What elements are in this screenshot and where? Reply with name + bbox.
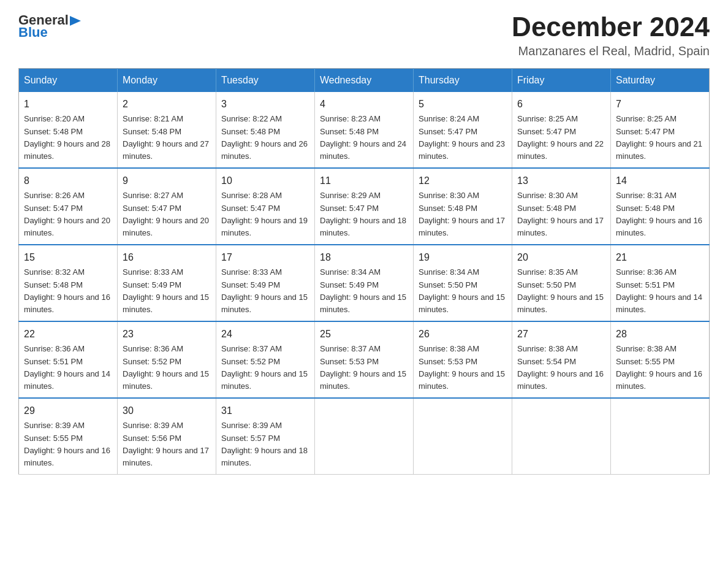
- calendar-week-row: 15Sunrise: 8:32 AMSunset: 5:48 PMDayligh…: [19, 245, 710, 321]
- calendar-cell: 6Sunrise: 8:25 AMSunset: 5:47 PMDaylight…: [512, 92, 611, 168]
- col-header-sunday: Sunday: [19, 69, 118, 93]
- day-number: 2: [123, 97, 211, 112]
- day-info: Sunrise: 8:21 AMSunset: 5:48 PMDaylight:…: [123, 114, 209, 161]
- calendar-cell: 1Sunrise: 8:20 AMSunset: 5:48 PMDaylight…: [19, 92, 118, 168]
- calendar-cell: 28Sunrise: 8:38 AMSunset: 5:55 PMDayligh…: [611, 321, 710, 398]
- calendar-cell: 27Sunrise: 8:38 AMSunset: 5:54 PMDayligh…: [512, 321, 611, 398]
- day-info: Sunrise: 8:30 AMSunset: 5:48 PMDaylight:…: [517, 191, 604, 237]
- day-info: Sunrise: 8:36 AMSunset: 5:52 PMDaylight:…: [123, 344, 209, 391]
- day-info: Sunrise: 8:35 AMSunset: 5:50 PMDaylight:…: [517, 267, 604, 314]
- day-number: 19: [419, 250, 507, 265]
- day-number: 20: [517, 250, 605, 265]
- calendar-cell: 13Sunrise: 8:30 AMSunset: 5:48 PMDayligh…: [512, 168, 611, 245]
- day-number: 21: [616, 250, 704, 265]
- logo-blue-text: Blue: [18, 25, 48, 40]
- day-number: 4: [320, 97, 408, 112]
- calendar-cell: 5Sunrise: 8:24 AMSunset: 5:47 PMDaylight…: [414, 92, 512, 168]
- calendar-cell: 9Sunrise: 8:27 AMSunset: 5:47 PMDaylight…: [118, 168, 216, 245]
- calendar-cell: 18Sunrise: 8:34 AMSunset: 5:49 PMDayligh…: [315, 245, 414, 321]
- day-number: 7: [616, 97, 704, 112]
- calendar-table: SundayMondayTuesdayWednesdayThursdayFrid…: [18, 68, 710, 475]
- calendar-cell: 12Sunrise: 8:30 AMSunset: 5:48 PMDayligh…: [414, 168, 512, 245]
- day-info: Sunrise: 8:31 AMSunset: 5:48 PMDaylight:…: [616, 191, 702, 237]
- day-info: Sunrise: 8:25 AMSunset: 5:47 PMDaylight:…: [616, 114, 702, 161]
- day-info: Sunrise: 8:24 AMSunset: 5:47 PMDaylight:…: [419, 114, 505, 161]
- day-number: 22: [24, 327, 112, 342]
- location-text: Manzanares el Real, Madrid, Spain: [512, 44, 710, 58]
- calendar-cell: 29Sunrise: 8:39 AMSunset: 5:55 PMDayligh…: [19, 398, 118, 475]
- day-number: 16: [123, 250, 211, 265]
- calendar-cell: [315, 398, 414, 475]
- day-number: 6: [517, 97, 605, 112]
- day-info: Sunrise: 8:30 AMSunset: 5:48 PMDaylight:…: [419, 191, 505, 237]
- calendar-cell: 19Sunrise: 8:34 AMSunset: 5:50 PMDayligh…: [414, 245, 512, 321]
- day-info: Sunrise: 8:23 AMSunset: 5:48 PMDaylight:…: [320, 114, 406, 161]
- calendar-cell: 22Sunrise: 8:36 AMSunset: 5:51 PMDayligh…: [19, 321, 118, 398]
- calendar-cell: 11Sunrise: 8:29 AMSunset: 5:47 PMDayligh…: [315, 168, 414, 245]
- calendar-cell: 17Sunrise: 8:33 AMSunset: 5:49 PMDayligh…: [216, 245, 315, 321]
- day-number: 1: [24, 97, 112, 112]
- day-info: Sunrise: 8:38 AMSunset: 5:54 PMDaylight:…: [517, 344, 604, 391]
- calendar-cell: 7Sunrise: 8:25 AMSunset: 5:47 PMDaylight…: [611, 92, 710, 168]
- day-info: Sunrise: 8:34 AMSunset: 5:49 PMDaylight:…: [320, 267, 406, 314]
- day-info: Sunrise: 8:33 AMSunset: 5:49 PMDaylight:…: [123, 267, 209, 314]
- day-info: Sunrise: 8:36 AMSunset: 5:51 PMDaylight:…: [24, 344, 110, 391]
- calendar-cell: 23Sunrise: 8:36 AMSunset: 5:52 PMDayligh…: [118, 321, 216, 398]
- calendar-cell: 15Sunrise: 8:32 AMSunset: 5:48 PMDayligh…: [19, 245, 118, 321]
- calendar-cell: [414, 398, 512, 475]
- day-number: 3: [221, 97, 309, 112]
- col-header-monday: Monday: [118, 69, 216, 93]
- col-header-friday: Friday: [512, 69, 611, 93]
- day-number: 14: [616, 174, 704, 188]
- day-number: 9: [123, 174, 211, 188]
- day-info: Sunrise: 8:22 AMSunset: 5:48 PMDaylight:…: [221, 114, 308, 161]
- day-number: 17: [221, 250, 309, 265]
- day-number: 31: [221, 404, 309, 418]
- day-info: Sunrise: 8:37 AMSunset: 5:53 PMDaylight:…: [320, 344, 406, 391]
- calendar-cell: 24Sunrise: 8:37 AMSunset: 5:52 PMDayligh…: [216, 321, 315, 398]
- day-number: 13: [517, 174, 605, 188]
- day-number: 10: [221, 174, 309, 188]
- calendar-cell: 8Sunrise: 8:26 AMSunset: 5:47 PMDaylight…: [19, 168, 118, 245]
- day-info: Sunrise: 8:25 AMSunset: 5:47 PMDaylight:…: [517, 114, 604, 161]
- calendar-cell: [611, 398, 710, 475]
- day-number: 11: [320, 174, 408, 188]
- day-info: Sunrise: 8:32 AMSunset: 5:48 PMDaylight:…: [24, 267, 110, 314]
- day-info: Sunrise: 8:39 AMSunset: 5:56 PMDaylight:…: [123, 421, 209, 467]
- month-title: December 2024: [512, 12, 710, 42]
- day-info: Sunrise: 8:26 AMSunset: 5:47 PMDaylight:…: [24, 191, 110, 237]
- col-header-saturday: Saturday: [611, 69, 710, 93]
- day-info: Sunrise: 8:39 AMSunset: 5:57 PMDaylight:…: [221, 421, 308, 467]
- logo: General Blue: [18, 12, 81, 40]
- day-number: 27: [517, 327, 605, 342]
- col-header-thursday: Thursday: [414, 69, 512, 93]
- day-info: Sunrise: 8:39 AMSunset: 5:55 PMDaylight:…: [24, 421, 110, 467]
- day-number: 8: [24, 174, 112, 188]
- day-info: Sunrise: 8:29 AMSunset: 5:47 PMDaylight:…: [320, 191, 406, 237]
- svg-marker-0: [70, 16, 81, 26]
- day-number: 5: [419, 97, 507, 112]
- day-info: Sunrise: 8:37 AMSunset: 5:52 PMDaylight:…: [221, 344, 308, 391]
- calendar-week-row: 8Sunrise: 8:26 AMSunset: 5:47 PMDaylight…: [19, 168, 710, 245]
- col-header-tuesday: Tuesday: [216, 69, 315, 93]
- day-number: 24: [221, 327, 309, 342]
- calendar-cell: 14Sunrise: 8:31 AMSunset: 5:48 PMDayligh…: [611, 168, 710, 245]
- day-info: Sunrise: 8:34 AMSunset: 5:50 PMDaylight:…: [419, 267, 505, 314]
- day-info: Sunrise: 8:33 AMSunset: 5:49 PMDaylight:…: [221, 267, 308, 314]
- calendar-cell: 3Sunrise: 8:22 AMSunset: 5:48 PMDaylight…: [216, 92, 315, 168]
- day-info: Sunrise: 8:36 AMSunset: 5:51 PMDaylight:…: [616, 267, 702, 314]
- day-number: 30: [123, 404, 211, 418]
- day-number: 12: [419, 174, 507, 188]
- calendar-cell: 4Sunrise: 8:23 AMSunset: 5:48 PMDaylight…: [315, 92, 414, 168]
- page-header: General Blue December 2024 Manzanares el…: [18, 12, 710, 58]
- calendar-cell: 10Sunrise: 8:28 AMSunset: 5:47 PMDayligh…: [216, 168, 315, 245]
- day-info: Sunrise: 8:38 AMSunset: 5:53 PMDaylight:…: [419, 344, 505, 391]
- calendar-cell: 2Sunrise: 8:21 AMSunset: 5:48 PMDaylight…: [118, 92, 216, 168]
- calendar-cell: 25Sunrise: 8:37 AMSunset: 5:53 PMDayligh…: [315, 321, 414, 398]
- calendar-cell: 20Sunrise: 8:35 AMSunset: 5:50 PMDayligh…: [512, 245, 611, 321]
- day-number: 15: [24, 250, 112, 265]
- calendar-cell: 21Sunrise: 8:36 AMSunset: 5:51 PMDayligh…: [611, 245, 710, 321]
- day-info: Sunrise: 8:20 AMSunset: 5:48 PMDaylight:…: [24, 114, 110, 161]
- calendar-week-row: 1Sunrise: 8:20 AMSunset: 5:48 PMDaylight…: [19, 92, 710, 168]
- title-section: December 2024 Manzanares el Real, Madrid…: [512, 12, 710, 58]
